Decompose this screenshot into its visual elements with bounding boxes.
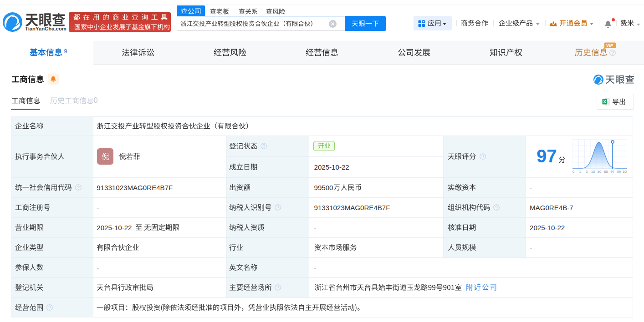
svg-text:85: 85 [604,170,608,174]
svg-text:0: 0 [572,170,574,174]
svg-text:3: 3 [586,170,588,174]
svg-text:1: 1 [579,170,581,174]
svg-text:99: 99 [617,170,621,174]
svg-text:100: 100 [623,170,627,174]
svg-text:97: 97 [611,170,614,174]
svg-text:15: 15 [591,170,595,174]
svg-text:50: 50 [598,170,601,174]
svg-text:VIP: VIP [606,43,613,48]
